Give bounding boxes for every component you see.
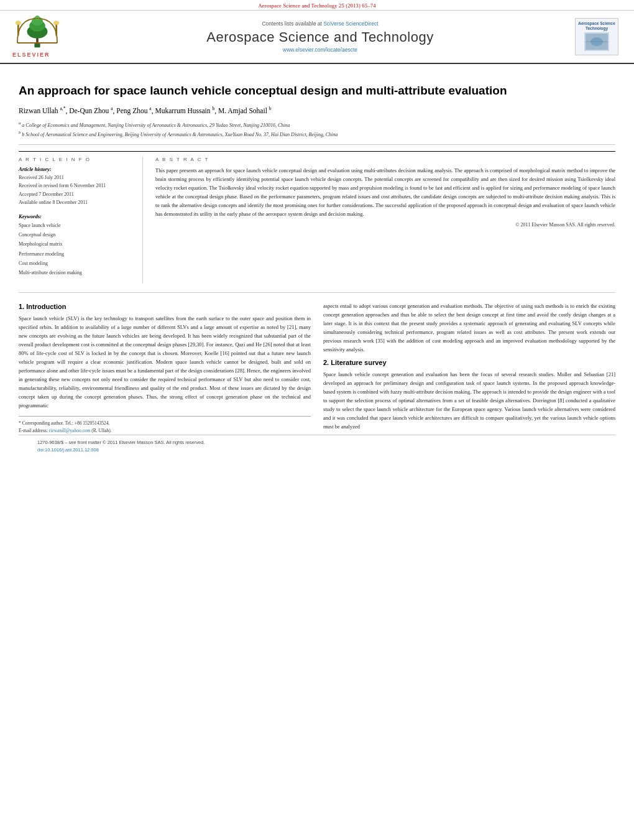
section2-para1: Space launch vehicle concept generation … [323,370,615,431]
body-right-col: aspects entail to adopt various concept … [323,302,615,435]
footnote-section: * Corresponding author. Tel.: +86 152051… [19,416,311,435]
received-date: Received 26 July 2011 [19,173,134,182]
sciverse-line: Contents lists available at SciVerse Sci… [81,21,559,27]
author-sup-b2: b [269,106,272,111]
journal-center: Contents lists available at SciVerse Sci… [81,21,559,53]
abstract-text: This paper presents an approach for spac… [155,166,615,218]
keyword-6: Multi-attribute decision making [19,268,134,277]
body-two-col: 1. Introduction Space launch vehicle (SL… [19,302,615,435]
footnote-star: * Corresponding author. Tel.: +86 152051… [19,420,311,427]
section1-para1: Space launch vehicle (SLV) is the key te… [19,314,311,410]
footer-doi[interactable]: doi:10.1016/j.ast.2011.12.008 [37,446,204,454]
elsevier-logo: ELSEVIER [12,16,68,58]
keyword-2: Conceptual design [19,230,134,239]
footnote-email-label: E-mail address: [19,428,49,433]
section2-title-text: Literature survey [331,359,386,366]
footnote-email: E-mail address: rizwanill@yahoo.com (R. … [19,427,311,435]
keyword-5: Cost modeling [19,259,134,268]
footnote-email-address[interactable]: rizwanill@yahoo.com [49,428,91,433]
svg-point-5 [35,16,39,20]
ast-logo-title: Aerospace Science Technology [577,21,616,32]
section2-number: 2. [323,359,329,366]
section1-title: 1. Introduction [19,303,311,310]
journal-logo-right: Aerospace Science Technology [572,18,622,55]
article-container: An approach for space launch vehicle con… [0,64,634,470]
body-left-col: 1. Introduction Space launch vehicle (SL… [19,302,311,435]
keywords-label: Keywords: [19,213,134,219]
abstract-label: A B S T R A C T [155,157,615,162]
ast-logo-image [584,32,609,51]
abstract-copyright: © 2011 Elsevier Masson SAS. All rights r… [155,222,615,228]
affiliations: a a College of Economics and Management,… [19,120,615,139]
footer-left: 1270-9638/$ – see front matter © 2011 El… [37,439,204,454]
available-date: Available online 8 December 2011 [19,198,134,207]
section1-title-text: Introduction [26,303,66,310]
journal-title: Aerospace Science and Technology [81,29,559,45]
section1-right-para1: aspects entail to adopt various concept … [323,302,615,354]
footer-issn: 1270-9638/$ – see front matter © 2011 El… [37,439,204,446]
article-info-abstract-cols: A R T I C L E I N F O Article history: R… [19,151,615,284]
ast-logo-box: Aerospace Science Technology [575,18,618,55]
svg-point-9 [53,21,59,25]
received-revised-date: Received in revised form 6 November 2011 [19,182,134,190]
elsevier-tree-icon [12,16,62,50]
author-sup-a2: a [111,106,113,111]
keyword-1: Space launch vehicle [19,221,134,230]
article-info-col: A R T I C L E I N F O Article history: R… [19,157,143,284]
section2-title: 2. Literature survey [323,359,615,366]
article-history-group: Article history: Received 26 July 2011 R… [19,166,134,207]
footnote-email-suffix: (R. Ullah). [91,428,111,433]
elsevier-wordmark: ELSEVIER [12,52,50,58]
keywords-group: Keywords: Space launch vehicle Conceptua… [19,213,134,277]
keyword-3: Morphological matrix [19,239,134,249]
article-history-label: Article history: [19,166,134,172]
section1-number: 1. [19,303,24,310]
journal-header: ELSEVIER Contents lists available at Sci… [0,11,634,64]
journal-url[interactable]: www.elsevier.com/locate/aescte [81,47,559,53]
authors-line: Rizwan Ullah a,*, De-Qun Zhou a, Peng Zh… [19,105,615,116]
section1-right-body: aspects entail to adopt various concept … [323,302,615,354]
journal-citation: Aerospace Science and Technology 25 (201… [258,2,375,9]
abstract-col: A B S T R A C T This paper presents an a… [155,157,615,284]
section-divider [19,292,615,293]
author-sup-a: a,* [60,106,65,111]
page-footer: 1270-9638/$ – see front matter © 2011 El… [19,435,615,458]
accepted-date: Accepted 7 December 2011 [19,190,134,199]
svg-point-7 [16,21,21,25]
affiliation-b: b b School of Aeronautical Science and E… [19,129,615,139]
article-info-label: A R T I C L E I N F O [19,157,134,162]
section2-body: Space launch vehicle concept generation … [323,370,615,431]
article-title: An approach for space launch vehicle con… [19,83,615,99]
affiliation-a: a a College of Economics and Management,… [19,120,615,129]
sciverse-text: Contents lists available at [262,21,323,27]
article-divider-top [19,144,615,145]
keywords-list: Space launch vehicle Conceptual design M… [19,221,134,277]
section1-body: Space launch vehicle (SLV) is the key te… [19,314,311,410]
keyword-4: Performance modeling [19,249,134,259]
author-sup-a3: a [149,106,151,111]
author-sup-b: b [212,106,214,111]
sciverse-link[interactable]: SciVerse ScienceDirect [323,21,378,27]
top-bar: Aerospace Science and Technology 25 (201… [0,0,634,11]
